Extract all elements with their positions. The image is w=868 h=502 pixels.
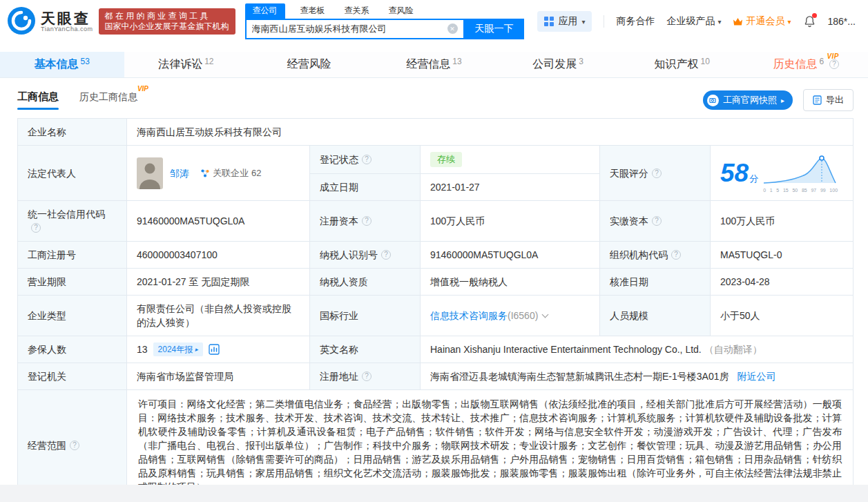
- value-company-name: 海南西山居互动娱乐科技有限公司: [127, 119, 853, 146]
- legal-rep-photo[interactable]: [137, 157, 163, 189]
- tab-operation-info[interactable]: 经营信息 13: [372, 52, 496, 77]
- help-icon[interactable]: ?: [381, 250, 391, 260]
- search-tab-risk[interactable]: 查风险: [385, 3, 418, 19]
- label-approval-date: 核准日期: [600, 269, 711, 296]
- help-icon[interactable]: ?: [671, 250, 681, 260]
- taxpayer-id-label: 纳税人识别号: [320, 249, 378, 260]
- help-icon[interactable]: ?: [70, 441, 79, 450]
- search-tab-company[interactable]: 查公司: [245, 3, 285, 19]
- label-registered-address: 注册地址?: [310, 363, 421, 390]
- relation-graph-icon: [200, 168, 210, 178]
- label-registration-status: 登记状态?: [310, 146, 421, 174]
- table-actions: 工商官网快照 ▸ 导出: [703, 89, 853, 111]
- tab-label: 基本信息: [35, 57, 79, 72]
- tab-operation-risk[interactable]: 经营风险: [248, 52, 372, 77]
- official-snapshot-button[interactable]: 工商官网快照 ▸: [703, 90, 793, 110]
- label-registration-number: 工商注册号: [18, 242, 127, 269]
- nearby-companies-link[interactable]: 附近公司: [737, 371, 775, 382]
- paid-capital-label: 实缴资本: [610, 215, 648, 226]
- slogan-badge: 都 在 用 的 商 业 查 询 工 具 国家中小企业发展子基金旗下机构: [99, 8, 235, 35]
- nav-vip-label: 开通会员: [746, 15, 784, 28]
- label-company-type: 企业类型: [18, 296, 127, 336]
- tab-company-development[interactable]: 公司发展 3: [496, 52, 620, 77]
- axis-tick: 1: [770, 188, 773, 193]
- subtab-business-info[interactable]: 工商信息: [17, 90, 59, 110]
- value-registration-status: 存续: [421, 146, 600, 174]
- help-icon[interactable]: ?: [362, 371, 372, 381]
- tab-count: 12: [204, 57, 213, 66]
- value-insured-count: 13 2024年报 ▸: [127, 336, 310, 363]
- export-button[interactable]: 导出: [803, 89, 853, 111]
- search-input[interactable]: [252, 23, 447, 34]
- value-company-type: 有限责任公司（非自然人投资或控股的法人独资）: [127, 296, 310, 336]
- page-footer-strip: [0, 485, 868, 502]
- clear-search-icon[interactable]: ✕: [447, 23, 458, 34]
- tab-history-info[interactable]: VIP 历史信息 6 ?: [744, 52, 868, 77]
- crown-icon: [733, 17, 743, 26]
- score-number: 58分: [720, 160, 758, 186]
- notifications-bell-icon[interactable]: [803, 15, 816, 28]
- help-icon[interactable]: ?: [652, 216, 662, 226]
- insured-trend-chart-icon[interactable]: [209, 344, 220, 355]
- user-phone[interactable]: 186*...: [828, 16, 856, 27]
- org-code-label: 组织机构代码: [610, 249, 668, 260]
- apps-menu[interactable]: 应用 ▾: [537, 11, 592, 32]
- help-icon[interactable]: ?: [362, 155, 372, 164]
- label-registered-capital: 注册资本?: [310, 201, 421, 242]
- help-icon[interactable]: ?: [31, 223, 41, 233]
- value-taxpayer-quality: 增值税一般纳税人: [421, 269, 600, 296]
- registered-address: 海南省澄迈县老城镇海南生态智慧新城腾讯生态村一期E-1号楼3A01房: [430, 371, 729, 382]
- score-value: 58: [720, 159, 749, 187]
- industry-link[interactable]: 信息技术咨询服务: [430, 310, 508, 321]
- caret-down-icon: ▾: [717, 18, 721, 26]
- axis-tick: 0: [763, 188, 766, 193]
- axis-tick: 50: [792, 188, 798, 193]
- legal-rep-name-link[interactable]: 邹涛: [170, 166, 189, 180]
- value-approval-date: 2023-04-28: [711, 269, 853, 296]
- annual-report-badge[interactable]: 2024年报 ▸: [153, 342, 203, 356]
- value-credit-code: 91460000MA5TUQGL0A: [127, 201, 310, 242]
- subtab-history-business-info[interactable]: 历史工商信息 VIP: [79, 91, 137, 110]
- search-button[interactable]: 天眼一下: [465, 19, 524, 39]
- english-name: Hainan Xishanju Interactive Entertainmen…: [430, 344, 702, 355]
- label-tianyan-score: 天眼评分?: [600, 146, 711, 201]
- tianyancha-logo[interactable]: 天眼查 TianYanCha.com: [7, 6, 93, 37]
- status-badge: 存续: [430, 152, 462, 167]
- tab-legal-litigation[interactable]: 法律诉讼 12: [124, 52, 249, 77]
- tab-label: 法律诉讼: [158, 57, 202, 72]
- help-icon[interactable]: ?: [362, 216, 372, 226]
- company-section-tabs: 基本信息 53 法律诉讼 12 经营风险 经营信息 13 公司发展 3 知识产权…: [0, 52, 868, 78]
- search-tab-boss[interactable]: 查老板: [296, 3, 329, 19]
- related-companies-label: 关联企业: [213, 166, 249, 180]
- related-companies-link[interactable]: 关联企业 62: [200, 166, 261, 180]
- nav-open-vip[interactable]: 开通会员 ▾: [733, 15, 791, 28]
- search-tab-relation[interactable]: 查关系: [340, 3, 374, 19]
- caret-down-icon: ▾: [581, 18, 585, 26]
- nav-business-cooperation[interactable]: 商务合作: [616, 15, 655, 28]
- value-legal-representative: 邹涛 关联企业 62: [127, 146, 310, 201]
- label-national-industry: 国标行业: [310, 296, 421, 336]
- chevron-down-icon[interactable]: [542, 311, 549, 318]
- caret-down-icon: ▾: [787, 18, 791, 26]
- nav-enterprise-products[interactable]: 企业级产品 ▾: [666, 15, 721, 28]
- auto-translate-note: （自动翻译）: [704, 344, 762, 355]
- tab-basic-info[interactable]: 基本信息 53: [0, 52, 124, 77]
- axis-tick: 99: [820, 188, 826, 193]
- export-doc-icon: [813, 95, 822, 105]
- tab-count: 13: [452, 57, 461, 66]
- subtab-row: 工商信息 历史工商信息 VIP 工商官网快照 ▸ 导出: [17, 90, 853, 110]
- search-tabs: 查公司 查老板 查关系 查风险: [245, 4, 524, 19]
- table-row: 企业类型 有限责任公司（非自然人投资或控股的法人独资） 国标行业 信息技术咨询服…: [18, 296, 853, 336]
- tab-intellectual-property[interactable]: 知识产权 10: [620, 52, 744, 77]
- insured-number: 13: [137, 342, 148, 356]
- camera-icon: [707, 95, 719, 106]
- logo-title: 天眼查: [41, 10, 93, 26]
- help-icon[interactable]: ?: [652, 168, 662, 178]
- label-registration-authority: 登记机关: [18, 363, 127, 390]
- value-registration-authority: 海南省市场监督管理局: [127, 363, 310, 390]
- main-content: 工商信息 历史工商信息 VIP 工商官网快照 ▸ 导出: [0, 90, 868, 501]
- slogan-line1: 都 在 用 的 商 业 查 询 工 具: [105, 11, 229, 21]
- axis-tick: 15: [783, 188, 789, 193]
- help-icon[interactable]: ?: [829, 59, 839, 69]
- value-taxpayer-id: 91460000MA5TUQGL0A: [421, 242, 600, 269]
